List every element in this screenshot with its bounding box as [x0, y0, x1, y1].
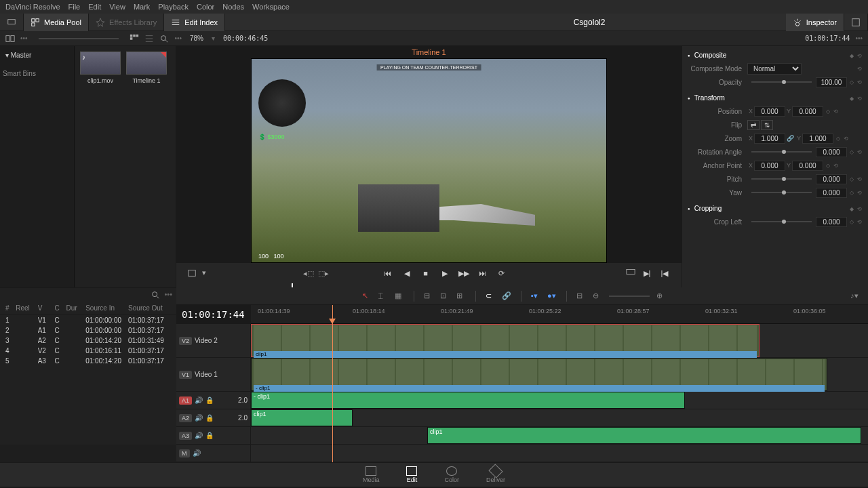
anchor-y-input[interactable]	[792, 161, 823, 171]
rotation-slider[interactable]	[751, 151, 812, 152]
a3-track[interactable]: clip1	[251, 427, 868, 445]
rotation-input[interactable]	[816, 147, 847, 157]
crop-left-slider[interactable]	[751, 221, 812, 222]
index-row[interactable]: 1V1C01:00:00:0001:00:37:17	[0, 315, 176, 325]
first-frame-button[interactable]: ⏮	[382, 267, 394, 279]
edit-page-tab[interactable]: Edit	[406, 466, 417, 483]
next-frame-button[interactable]: ▶▶	[458, 267, 470, 279]
menu-view[interactable]: View	[109, 3, 125, 11]
menu-nodes[interactable]: Nodes	[222, 3, 244, 11]
timeline-ruler[interactable]: 01:00:14:39 01:00:18:14 01:00:21:49 01:0…	[251, 305, 868, 324]
a1-track-header[interactable]: A1🔊🔒2.0	[176, 392, 250, 409]
menu-app[interactable]: DaVinci Resolve	[5, 3, 60, 11]
col-source-in[interactable]: Source In	[85, 304, 128, 312]
bin-layout-icon[interactable]	[5, 34, 15, 43]
timeline-name[interactable]: Timeline 1	[176, 46, 682, 58]
cinema-mode-icon[interactable]	[626, 267, 635, 277]
prev-frame-button[interactable]: ◀	[401, 267, 413, 279]
search-icon[interactable]	[159, 34, 169, 43]
last-frame-button[interactable]: ⏭	[477, 267, 489, 279]
menu-edit[interactable]: Edit	[88, 3, 101, 11]
marker-tool[interactable]: ●▾	[547, 291, 557, 301]
zoom-x-input[interactable]	[754, 134, 785, 144]
expand-icon[interactable]	[844, 14, 868, 31]
zoom-level[interactable]: 78%	[190, 35, 203, 42]
clip-thumb-timeline[interactable]: Timeline 1	[126, 52, 167, 282]
grid-view-icon[interactable]	[130, 34, 139, 43]
yaw-slider[interactable]	[751, 192, 812, 193]
snap-tool[interactable]: ⊂	[486, 291, 495, 301]
yaw-input[interactable]	[816, 188, 847, 198]
anchor-x-input[interactable]	[754, 161, 785, 171]
col-v[interactable]: V	[38, 304, 55, 312]
insert-tool[interactable]: ⊟	[424, 291, 433, 301]
a2-track-header[interactable]: A2🔊🔒2.0	[176, 409, 250, 427]
col-reel[interactable]: Reel	[16, 304, 37, 312]
edit-index-toggle[interactable]: Edit Index	[164, 14, 225, 31]
loop-button[interactable]: ⟳	[496, 267, 508, 279]
flip-h-button[interactable]: ⇄	[747, 120, 760, 130]
replace-tool[interactable]: ⊞	[456, 291, 466, 301]
prev-edit-button[interactable]: |◀	[658, 267, 671, 279]
pitch-slider[interactable]	[751, 178, 812, 180]
opacity-input[interactable]	[816, 77, 847, 87]
position-x-input[interactable]	[754, 106, 785, 117]
composite-section[interactable]: Composite◆⟲	[688, 49, 863, 62]
col-dur[interactable]: Dur	[66, 304, 86, 312]
menu-workspace[interactable]: Workspace	[252, 3, 290, 11]
col-num[interactable]: #	[5, 304, 16, 312]
index-row[interactable]: 5A3C01:00:14:2001:00:37:17	[0, 356, 176, 366]
color-page-tab[interactable]: Color	[444, 466, 459, 483]
flip-v-button[interactable]: ⇅	[761, 120, 773, 130]
m-track[interactable]	[251, 445, 868, 462]
zoom-out-icon[interactable]: ⊟	[576, 291, 586, 301]
safe-area-icon[interactable]	[187, 268, 197, 278]
pitch-input[interactable]	[816, 174, 847, 184]
menu-file[interactable]: File	[68, 3, 81, 11]
index-options-icon[interactable]: •••	[164, 290, 172, 300]
v1-clip[interactable]: - clip1	[251, 358, 827, 391]
program-viewer[interactable]: PLAYING ON TEAM COUNTER-TERRORIST 💲 $300…	[251, 58, 607, 263]
transform-section[interactable]: Transform◆⟲	[688, 92, 863, 104]
menu-mark[interactable]: Mark	[134, 3, 150, 11]
link-icon[interactable]: 🔗	[787, 135, 794, 142]
effects-library-toggle[interactable]: Effects Library	[89, 14, 164, 31]
razor-tool[interactable]: ▦	[395, 291, 404, 301]
zoom-in-icon[interactable]: ⊕	[656, 291, 666, 301]
zoom-slider[interactable]: ⊖	[593, 291, 602, 301]
index-search-icon[interactable]	[151, 290, 160, 300]
a2-track[interactable]: clip1	[251, 409, 868, 427]
stop-button[interactable]: ■	[420, 267, 432, 279]
audio-mixer-icon[interactable]: ♪▾	[850, 291, 860, 301]
overwrite-tool[interactable]: ⊡	[440, 291, 450, 301]
crop-left-input[interactable]	[816, 217, 847, 227]
v1-track-header[interactable]: V1Video 1	[176, 358, 250, 392]
inspector-toggle[interactable]: Inspector	[786, 14, 844, 31]
list-view-icon[interactable]	[144, 34, 154, 43]
index-row[interactable]: 2A1C01:00:00:0001:00:37:17	[0, 325, 176, 336]
playhead[interactable]	[332, 305, 333, 462]
clip-thumb-1[interactable]: ♪ clip1.mov	[80, 52, 121, 282]
mute-icon[interactable]: 🔊	[195, 396, 203, 404]
match-frame-next-icon[interactable]: ⬚▸	[318, 269, 329, 278]
v2-clip[interactable]: clip1	[251, 324, 760, 357]
a3-track-header[interactable]: A3🔊🔒	[176, 427, 250, 445]
master-bin[interactable]: ▾ Master	[3, 49, 71, 62]
smart-bins[interactable]: Smart Bins	[3, 70, 71, 77]
trim-tool[interactable]: ⌶	[378, 291, 388, 301]
lock-icon[interactable]: 🔒	[205, 396, 214, 404]
opacity-slider[interactable]	[751, 81, 812, 83]
v2-track[interactable]: clip1	[251, 324, 868, 358]
v2-track-header[interactable]: V2Video 2	[176, 324, 250, 358]
index-row[interactable]: 4V2C01:00:16:1101:00:37:17	[0, 346, 176, 356]
position-y-input[interactable]	[792, 106, 823, 117]
menu-playback[interactable]: Playback	[158, 3, 189, 11]
zoom-y-input[interactable]	[802, 134, 833, 144]
index-row[interactable]: 3A2C01:00:14:2001:00:31:49	[0, 336, 176, 346]
link-tool[interactable]: 🔗	[502, 291, 511, 301]
a2-clip[interactable]: clip1	[251, 409, 353, 426]
col-c[interactable]: C	[54, 304, 66, 312]
timeline-tracks[interactable]: 01:00:14:39 01:00:18:14 01:00:21:49 01:0…	[251, 305, 868, 462]
v1-track[interactable]: - clip1	[251, 358, 868, 392]
composite-mode-select[interactable]: Normal	[747, 63, 802, 75]
